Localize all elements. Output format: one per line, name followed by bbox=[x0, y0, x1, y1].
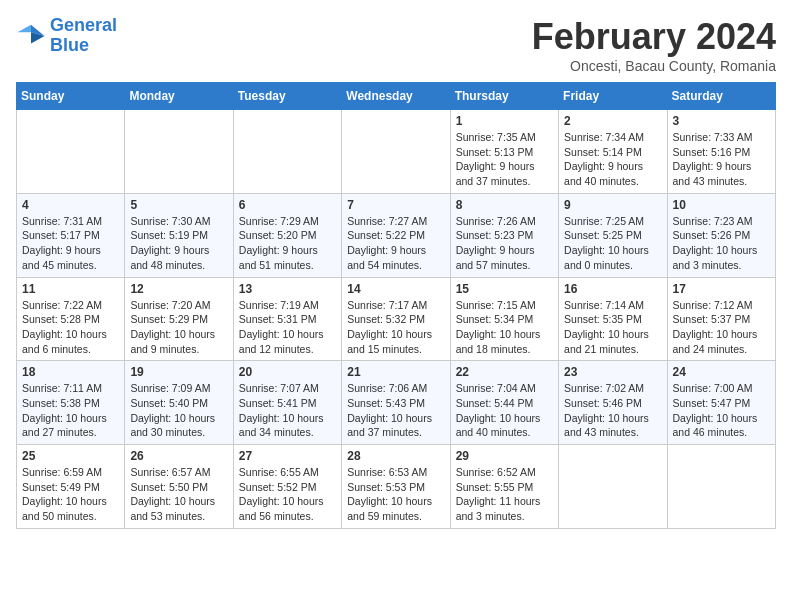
calendar-cell: 23Sunrise: 7:02 AMSunset: 5:46 PMDayligh… bbox=[559, 361, 667, 445]
day-number: 22 bbox=[456, 365, 553, 379]
calendar-cell: 2Sunrise: 7:34 AMSunset: 5:14 PMDaylight… bbox=[559, 110, 667, 194]
calendar-cell: 8Sunrise: 7:26 AMSunset: 5:23 PMDaylight… bbox=[450, 193, 558, 277]
calendar-cell: 21Sunrise: 7:06 AMSunset: 5:43 PMDayligh… bbox=[342, 361, 450, 445]
calendar-cell: 15Sunrise: 7:15 AMSunset: 5:34 PMDayligh… bbox=[450, 277, 558, 361]
day-info: Sunrise: 7:29 AMSunset: 5:20 PMDaylight:… bbox=[239, 214, 336, 273]
calendar-cell: 19Sunrise: 7:09 AMSunset: 5:40 PMDayligh… bbox=[125, 361, 233, 445]
day-info: Sunrise: 7:30 AMSunset: 5:19 PMDaylight:… bbox=[130, 214, 227, 273]
calendar-table: SundayMondayTuesdayWednesdayThursdayFrid… bbox=[16, 82, 776, 529]
day-number: 23 bbox=[564, 365, 661, 379]
day-number: 5 bbox=[130, 198, 227, 212]
calendar-cell: 29Sunrise: 6:52 AMSunset: 5:55 PMDayligh… bbox=[450, 445, 558, 529]
location-title: Oncesti, Bacau County, Romania bbox=[532, 58, 776, 74]
logo-line1: General bbox=[50, 15, 117, 35]
day-number: 18 bbox=[22, 365, 119, 379]
calendar-cell bbox=[559, 445, 667, 529]
svg-marker-1 bbox=[18, 25, 32, 33]
calendar-cell bbox=[667, 445, 775, 529]
day-info: Sunrise: 7:22 AMSunset: 5:28 PMDaylight:… bbox=[22, 298, 119, 357]
weekday-header-tuesday: Tuesday bbox=[233, 83, 341, 110]
day-info: Sunrise: 7:09 AMSunset: 5:40 PMDaylight:… bbox=[130, 381, 227, 440]
day-number: 13 bbox=[239, 282, 336, 296]
calendar-cell: 9Sunrise: 7:25 AMSunset: 5:25 PMDaylight… bbox=[559, 193, 667, 277]
day-number: 19 bbox=[130, 365, 227, 379]
calendar-cell: 1Sunrise: 7:35 AMSunset: 5:13 PMDaylight… bbox=[450, 110, 558, 194]
week-row-3: 11Sunrise: 7:22 AMSunset: 5:28 PMDayligh… bbox=[17, 277, 776, 361]
day-number: 9 bbox=[564, 198, 661, 212]
day-info: Sunrise: 6:53 AMSunset: 5:53 PMDaylight:… bbox=[347, 465, 444, 524]
day-info: Sunrise: 7:33 AMSunset: 5:16 PMDaylight:… bbox=[673, 130, 770, 189]
calendar-cell: 26Sunrise: 6:57 AMSunset: 5:50 PMDayligh… bbox=[125, 445, 233, 529]
day-info: Sunrise: 7:34 AMSunset: 5:14 PMDaylight:… bbox=[564, 130, 661, 189]
day-info: Sunrise: 7:26 AMSunset: 5:23 PMDaylight:… bbox=[456, 214, 553, 273]
calendar-cell: 14Sunrise: 7:17 AMSunset: 5:32 PMDayligh… bbox=[342, 277, 450, 361]
logo-text: General Blue bbox=[50, 16, 117, 56]
day-info: Sunrise: 7:19 AMSunset: 5:31 PMDaylight:… bbox=[239, 298, 336, 357]
calendar-cell: 6Sunrise: 7:29 AMSunset: 5:20 PMDaylight… bbox=[233, 193, 341, 277]
calendar-cell: 18Sunrise: 7:11 AMSunset: 5:38 PMDayligh… bbox=[17, 361, 125, 445]
calendar-cell: 4Sunrise: 7:31 AMSunset: 5:17 PMDaylight… bbox=[17, 193, 125, 277]
day-number: 29 bbox=[456, 449, 553, 463]
day-info: Sunrise: 7:35 AMSunset: 5:13 PMDaylight:… bbox=[456, 130, 553, 189]
day-info: Sunrise: 7:00 AMSunset: 5:47 PMDaylight:… bbox=[673, 381, 770, 440]
logo: General Blue bbox=[16, 16, 117, 56]
day-info: Sunrise: 6:55 AMSunset: 5:52 PMDaylight:… bbox=[239, 465, 336, 524]
day-number: 24 bbox=[673, 365, 770, 379]
calendar-cell: 5Sunrise: 7:30 AMSunset: 5:19 PMDaylight… bbox=[125, 193, 233, 277]
day-number: 25 bbox=[22, 449, 119, 463]
calendar-cell: 17Sunrise: 7:12 AMSunset: 5:37 PMDayligh… bbox=[667, 277, 775, 361]
calendar-cell bbox=[233, 110, 341, 194]
calendar-cell bbox=[342, 110, 450, 194]
weekday-header-saturday: Saturday bbox=[667, 83, 775, 110]
day-number: 10 bbox=[673, 198, 770, 212]
day-number: 27 bbox=[239, 449, 336, 463]
day-info: Sunrise: 7:06 AMSunset: 5:43 PMDaylight:… bbox=[347, 381, 444, 440]
day-info: Sunrise: 7:02 AMSunset: 5:46 PMDaylight:… bbox=[564, 381, 661, 440]
weekday-header-row: SundayMondayTuesdayWednesdayThursdayFrid… bbox=[17, 83, 776, 110]
logo-icon bbox=[16, 21, 46, 51]
day-number: 6 bbox=[239, 198, 336, 212]
day-info: Sunrise: 7:27 AMSunset: 5:22 PMDaylight:… bbox=[347, 214, 444, 273]
weekday-header-monday: Monday bbox=[125, 83, 233, 110]
title-area: February 2024 Oncesti, Bacau County, Rom… bbox=[532, 16, 776, 74]
calendar-cell: 16Sunrise: 7:14 AMSunset: 5:35 PMDayligh… bbox=[559, 277, 667, 361]
day-number: 3 bbox=[673, 114, 770, 128]
day-number: 14 bbox=[347, 282, 444, 296]
calendar-cell: 24Sunrise: 7:00 AMSunset: 5:47 PMDayligh… bbox=[667, 361, 775, 445]
calendar-cell: 25Sunrise: 6:59 AMSunset: 5:49 PMDayligh… bbox=[17, 445, 125, 529]
logo-line2: Blue bbox=[50, 35, 89, 55]
calendar-cell: 28Sunrise: 6:53 AMSunset: 5:53 PMDayligh… bbox=[342, 445, 450, 529]
calendar-cell: 3Sunrise: 7:33 AMSunset: 5:16 PMDaylight… bbox=[667, 110, 775, 194]
day-number: 20 bbox=[239, 365, 336, 379]
week-row-4: 18Sunrise: 7:11 AMSunset: 5:38 PMDayligh… bbox=[17, 361, 776, 445]
calendar-cell: 20Sunrise: 7:07 AMSunset: 5:41 PMDayligh… bbox=[233, 361, 341, 445]
day-number: 4 bbox=[22, 198, 119, 212]
weekday-header-friday: Friday bbox=[559, 83, 667, 110]
day-info: Sunrise: 7:20 AMSunset: 5:29 PMDaylight:… bbox=[130, 298, 227, 357]
day-number: 1 bbox=[456, 114, 553, 128]
day-info: Sunrise: 7:14 AMSunset: 5:35 PMDaylight:… bbox=[564, 298, 661, 357]
weekday-header-sunday: Sunday bbox=[17, 83, 125, 110]
day-number: 11 bbox=[22, 282, 119, 296]
day-info: Sunrise: 7:25 AMSunset: 5:25 PMDaylight:… bbox=[564, 214, 661, 273]
page-header: General Blue February 2024 Oncesti, Baca… bbox=[16, 16, 776, 74]
day-number: 2 bbox=[564, 114, 661, 128]
calendar-cell: 22Sunrise: 7:04 AMSunset: 5:44 PMDayligh… bbox=[450, 361, 558, 445]
day-info: Sunrise: 6:57 AMSunset: 5:50 PMDaylight:… bbox=[130, 465, 227, 524]
day-number: 16 bbox=[564, 282, 661, 296]
calendar-cell: 27Sunrise: 6:55 AMSunset: 5:52 PMDayligh… bbox=[233, 445, 341, 529]
calendar-cell: 12Sunrise: 7:20 AMSunset: 5:29 PMDayligh… bbox=[125, 277, 233, 361]
calendar-cell: 13Sunrise: 7:19 AMSunset: 5:31 PMDayligh… bbox=[233, 277, 341, 361]
month-title: February 2024 bbox=[532, 16, 776, 58]
day-number: 28 bbox=[347, 449, 444, 463]
day-info: Sunrise: 7:15 AMSunset: 5:34 PMDaylight:… bbox=[456, 298, 553, 357]
day-info: Sunrise: 7:07 AMSunset: 5:41 PMDaylight:… bbox=[239, 381, 336, 440]
day-info: Sunrise: 7:31 AMSunset: 5:17 PMDaylight:… bbox=[22, 214, 119, 273]
day-info: Sunrise: 7:11 AMSunset: 5:38 PMDaylight:… bbox=[22, 381, 119, 440]
week-row-1: 1Sunrise: 7:35 AMSunset: 5:13 PMDaylight… bbox=[17, 110, 776, 194]
calendar-cell bbox=[17, 110, 125, 194]
calendar-cell: 10Sunrise: 7:23 AMSunset: 5:26 PMDayligh… bbox=[667, 193, 775, 277]
week-row-5: 25Sunrise: 6:59 AMSunset: 5:49 PMDayligh… bbox=[17, 445, 776, 529]
weekday-header-thursday: Thursday bbox=[450, 83, 558, 110]
day-number: 17 bbox=[673, 282, 770, 296]
